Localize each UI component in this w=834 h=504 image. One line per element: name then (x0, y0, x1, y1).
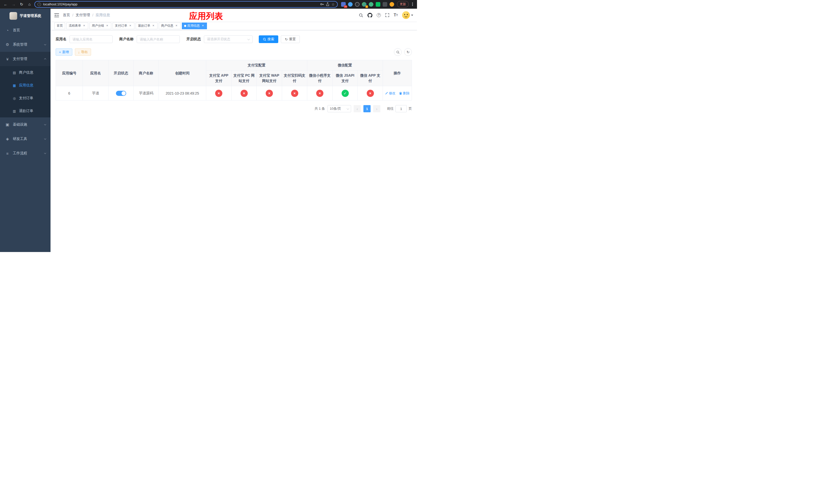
back-button[interactable]: ← (3, 1, 9, 7)
pagination: 共 1 条 10条/页 ‹ 1 › 前往 页 (56, 105, 412, 112)
sidebar-item-dev-tools[interactable]: ◈ 研发工具 (0, 132, 50, 146)
status-select[interactable]: 请选择开启状态 (204, 36, 253, 43)
monitor-icon: ▣ (5, 122, 10, 127)
sidebar-item-infrastructure[interactable]: ▣ 基础设施 (0, 117, 50, 132)
merchant-name-input[interactable] (137, 36, 180, 43)
tab-app-info[interactable]: 应用信息 × (182, 23, 207, 29)
fullscreen-icon[interactable] (385, 13, 389, 17)
cell-alipay-wap: × (257, 86, 282, 100)
col-header-created: 创建时间 (159, 60, 206, 86)
close-icon[interactable]: × (175, 24, 178, 28)
cell-app-name: 芋道 (83, 86, 109, 100)
edit-button[interactable]: 修改 (385, 91, 395, 96)
help-icon[interactable]: ? (377, 13, 381, 17)
prev-page-button[interactable]: ‹ (354, 105, 361, 112)
add-button[interactable]: + 新增 (56, 48, 72, 55)
refresh-icon: ↻ (285, 38, 288, 41)
sidebar-item-app-info[interactable]: ▦ 应用信息 (0, 79, 50, 92)
extension-icon[interactable] (390, 2, 394, 7)
sidebar-fold-icon[interactable] (54, 13, 59, 17)
extension-icon[interactable] (382, 2, 387, 7)
tab-home[interactable]: 首页 (54, 23, 65, 29)
password-key-icon[interactable] (320, 2, 324, 6)
close-icon[interactable]: × (129, 24, 132, 28)
refresh-table-button[interactable]: ↻ (404, 48, 412, 56)
sidebar-item-system[interactable]: ⚙ 系统管理 (0, 38, 50, 52)
sidebar-item-workflow[interactable]: ≡ 工作流程 (0, 146, 50, 160)
github-icon[interactable] (368, 13, 372, 18)
tags-view-bar: 首页 流程表单 × 用户分组 × 支付订单 × 退款订单 × 商户信息 × (50, 22, 417, 30)
close-icon[interactable]: × (105, 24, 109, 28)
font-size-icon[interactable]: TT (394, 13, 398, 18)
reload-button[interactable]: ↻ (19, 1, 25, 7)
delete-button[interactable]: 删除 (399, 91, 410, 96)
cell-wx-jsapi: ✓ (333, 86, 358, 100)
tab-label: 用户分组 (92, 24, 104, 28)
next-page-button[interactable]: › (373, 105, 380, 112)
close-icon[interactable]: × (152, 24, 155, 28)
fail-icon: × (316, 90, 323, 97)
sidebar-logo[interactable]: 芋道管理系统 (0, 9, 50, 23)
close-icon[interactable]: × (201, 24, 205, 28)
extension-icon[interactable]: 1 (362, 2, 367, 7)
sidebar-item-home[interactable]: ◔ 首页 (0, 23, 50, 38)
extensions-cluster: 10 1 (341, 2, 394, 7)
app-title: 芋道管理系统 (20, 14, 41, 18)
tab-process-form[interactable]: 流程表单 × (66, 23, 88, 29)
payment-submenu: ▤ 商户信息 ▦ 应用信息 ◎ 支付订单 ▥ 退款订单 (0, 66, 50, 117)
tab-refund-order[interactable]: 退款订单 × (136, 23, 157, 29)
extension-icon[interactable] (376, 2, 380, 7)
search-button[interactable]: 搜索 (259, 36, 278, 43)
tab-pay-order[interactable]: 支付订单 × (113, 23, 134, 29)
extension-icon[interactable] (348, 2, 353, 7)
fail-icon: × (367, 90, 374, 97)
bookmark-star-icon[interactable]: ☆ (331, 2, 335, 6)
sidebar-item-merchant-info[interactable]: ▤ 商户信息 (0, 66, 50, 79)
tab-user-group[interactable]: 用户分组 × (89, 23, 111, 29)
col-header-alipay-app: 支付宝 APP 支付 (206, 70, 232, 86)
breadcrumb-current: 应用信息 (96, 13, 110, 18)
cell-app-id: 6 (56, 86, 83, 100)
extension-icon[interactable] (369, 2, 373, 7)
export-button[interactable]: ↓ 导出 (75, 48, 91, 55)
sidebar-item-label: 退款订单 (19, 109, 33, 113)
chrome-update-button[interactable]: 更新 (397, 1, 409, 7)
breadcrumb-payment[interactable]: 支付管理 (76, 13, 90, 18)
page-number-1[interactable]: 1 (364, 105, 371, 112)
cell-created: 2021-10-23 08:49:25 (159, 86, 206, 100)
toggle-search-button[interactable] (394, 48, 402, 56)
goto-page-input[interactable] (395, 105, 407, 112)
close-icon[interactable]: × (82, 24, 86, 28)
sidebar-item-refund-order[interactable]: ▥ 退款订单 (0, 105, 50, 117)
tab-merchant-info[interactable]: 商户信息 × (159, 23, 180, 29)
fail-icon: × (215, 90, 222, 97)
page-size-select[interactable]: 10条/页 (328, 105, 351, 112)
sidebar-item-pay-order[interactable]: ◎ 支付订单 (0, 92, 50, 105)
share-icon[interactable] (326, 2, 329, 6)
chevron-down-icon (44, 152, 46, 154)
sidebar-item-label: 研发工具 (13, 137, 27, 141)
site-info-icon[interactable]: i (38, 3, 41, 6)
sidebar-item-label: 支付订单 (19, 96, 33, 100)
sidebar-item-payment[interactable]: ¥ 支付管理 (0, 52, 50, 66)
forward-button[interactable]: → (10, 1, 17, 7)
col-header-alipay-qr: 支付宝扫码支付 (282, 70, 307, 86)
enable-toggle[interactable] (116, 91, 126, 96)
user-avatar-menu[interactable] (402, 11, 413, 19)
goto-page: 前往 页 (387, 105, 412, 112)
extension-icon[interactable] (355, 2, 359, 7)
header-search-icon[interactable] (359, 13, 363, 18)
breadcrumb-home[interactable]: 首页 (63, 13, 70, 18)
grid-icon: ▦ (12, 84, 16, 87)
extension-icon[interactable]: 10 (341, 2, 346, 7)
address-bar[interactable]: i localhost:1024/pay/app ☆ (35, 1, 338, 8)
app-name-input[interactable] (69, 36, 113, 43)
sidebar-item-label: 基础设施 (13, 122, 27, 127)
tab-label: 首页 (57, 24, 63, 28)
sidebar-item-label: 支付管理 (13, 56, 27, 61)
reset-button[interactable]: ↻ 重置 (281, 36, 300, 43)
table-toolbar: + 新增 ↓ 导出 ↻ (56, 48, 412, 56)
home-button[interactable]: ⌂ (26, 1, 32, 7)
workflow-icon: ≡ (5, 151, 10, 156)
browser-menu-button[interactable] (411, 3, 414, 6)
